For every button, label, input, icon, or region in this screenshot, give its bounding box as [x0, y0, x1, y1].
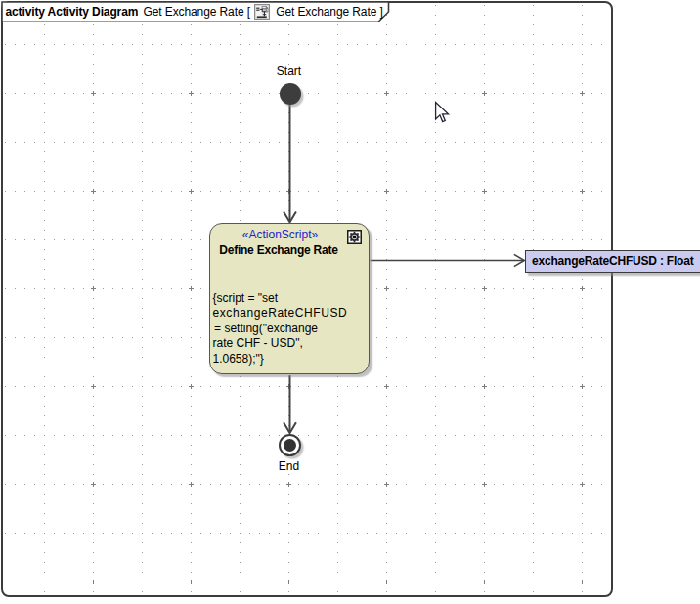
- action-name: Define Exchange Rate: [210, 243, 347, 257]
- frame-diagram-name-text: Get Exchange Rate: [143, 5, 243, 19]
- script-line: exchangeRateCHFUSD: [213, 306, 348, 321]
- script-line: = setting("exchange: [211, 322, 348, 336]
- script-line: {script = "set: [213, 291, 348, 306]
- final-node-inner-dot: [284, 439, 296, 452]
- frame-diagram-type: Activity Diagram: [48, 5, 139, 19]
- script-line: 1.0658);"}: [213, 352, 348, 367]
- end-node-label: End: [231, 459, 348, 473]
- object-node-label: exchangeRateCHFUSD : Float: [526, 254, 694, 268]
- activity-diagram-icon: [254, 4, 270, 20]
- frame-keyword-and-type: activity Activity Diagram: [6, 5, 139, 19]
- frame-close-bracket: ]: [379, 5, 382, 19]
- magicdraw-diagram-pane: { "frame": { "keyword": "activity", "dia…: [0, 0, 700, 604]
- start-node-label: Start: [231, 65, 348, 78]
- object-node-exchange-rate[interactable]: exchangeRateCHFUSD : Float: [525, 250, 700, 274]
- final-node[interactable]: [279, 434, 301, 456]
- initial-node[interactable]: [280, 83, 301, 105]
- frame-content-name-text: Get Exchange Rate: [276, 5, 376, 19]
- action-node-define-exchange-rate[interactable]: «ActionScript» Define Exchange Rate {scr…: [209, 223, 370, 374]
- script-line: rate CHF - USD",: [213, 336, 348, 351]
- frame-keyword: activity: [6, 5, 45, 19]
- frame-header[interactable]: activity Activity Diagram Get Exchange R…: [6, 3, 383, 21]
- gear-icon: [347, 230, 362, 244]
- action-script-text: {script = "setexchangeRateCHFUSD = setti…: [213, 291, 348, 367]
- action-stereotype: «ActionScript»: [210, 228, 350, 241]
- frame-diagram-name: Get Exchange Rate [: [140, 5, 250, 19]
- frame-content-name: Get Exchange Rate ]: [273, 5, 383, 19]
- frame-open-bracket: [: [247, 5, 250, 19]
